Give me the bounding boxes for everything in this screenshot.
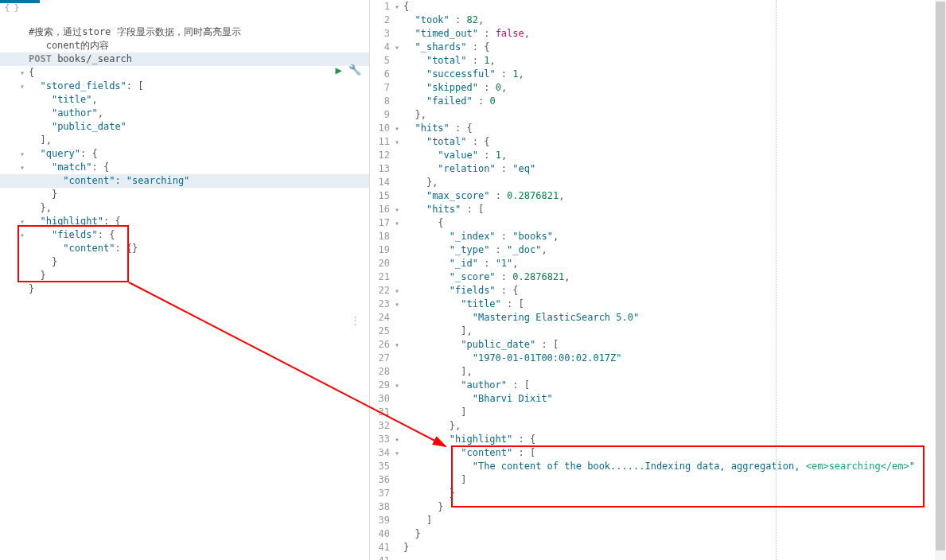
fold-toggle[interactable] bbox=[18, 269, 27, 282]
response-line: 15 "max_score" : 0.2876821, bbox=[370, 189, 946, 203]
workspace: { } #搜索，通过store 字段显示数据，同时高亮显示 conent的内容 … bbox=[0, 0, 946, 560]
fold-toggle[interactable]: ▾ bbox=[392, 135, 402, 149]
request-body-line: ▾ "highlight": { bbox=[0, 215, 369, 228]
response-line: 24 "Mastering ElasticSearch 5.0" bbox=[370, 311, 946, 325]
http-method: POST bbox=[29, 53, 52, 64]
response-line: 14 }, bbox=[370, 176, 946, 189]
response-line: 40 } bbox=[370, 527, 946, 541]
fold-toggle[interactable]: ▾ bbox=[18, 66, 27, 80]
response-line: 41} bbox=[370, 541, 946, 554]
response-line: 26▾ "public_date" : [ bbox=[370, 338, 946, 352]
response-line: 37 } bbox=[370, 487, 946, 500]
response-line: 17▾ { bbox=[370, 216, 946, 230]
response-line: 4▾ "_shards" : { bbox=[370, 41, 946, 54]
request-body-line: "content": "searching" bbox=[0, 174, 369, 188]
request-body-line: } bbox=[0, 269, 369, 282]
response-line: 30 "Bharvi Dixit" bbox=[370, 392, 946, 406]
response-line: 9 }, bbox=[370, 108, 946, 122]
response-line: 31 ] bbox=[370, 406, 946, 419]
request-comment-2: conent的内容 bbox=[27, 39, 369, 52]
response-line: 5 "total" : 1, bbox=[370, 54, 946, 68]
request-body-line: "author", bbox=[0, 107, 369, 120]
fold-toggle[interactable] bbox=[18, 282, 27, 296]
response-line: 28 ], bbox=[370, 365, 946, 379]
drag-handle-icon[interactable]: ⋮ bbox=[350, 314, 360, 326]
request-body-line: }, bbox=[0, 201, 369, 215]
request-comment-1: #搜索，通过store 字段显示数据，同时高亮显示 bbox=[27, 25, 369, 39]
request-body-line: ▾ "query": { bbox=[0, 147, 369, 161]
response-line: 20 "_id" : "1", bbox=[370, 257, 946, 270]
response-line: 34▾ "content" : [ bbox=[370, 446, 946, 460]
request-body-line: ], bbox=[0, 134, 369, 147]
fold-toggle[interactable]: ▾ bbox=[392, 0, 402, 14]
response-line: 8 "failed" : 0 bbox=[370, 95, 946, 108]
editor-actions: ▶ 🔧 bbox=[336, 64, 361, 76]
fold-toggle[interactable] bbox=[18, 242, 27, 255]
request-body-line: ▾{ bbox=[0, 66, 369, 80]
fold-toggle[interactable] bbox=[18, 134, 27, 147]
fold-toggle[interactable] bbox=[18, 93, 27, 107]
wrench-icon[interactable]: 🔧 bbox=[348, 64, 361, 76]
request-line: POST books/_search bbox=[27, 52, 369, 66]
request-editor-panel: { } #搜索，通过store 字段显示数据，同时高亮显示 conent的内容 … bbox=[0, 0, 370, 560]
response-viewer[interactable]: 1▾{2 "took" : 82,3 "timed_out" : false,4… bbox=[370, 0, 946, 560]
scroll-thumb[interactable] bbox=[936, 2, 945, 550]
fold-toggle[interactable]: ▾ bbox=[392, 298, 402, 311]
fold-toggle[interactable]: ▾ bbox=[392, 433, 402, 446]
response-line: 13 "relation" : "eq" bbox=[370, 162, 946, 176]
request-editor[interactable]: #搜索，通过store 字段显示数据，同时高亮显示 conent的内容 POST… bbox=[0, 12, 369, 560]
response-line: 19 "_type" : "_doc", bbox=[370, 243, 946, 257]
fold-toggle[interactable]: ▾ bbox=[392, 338, 402, 352]
fold-toggle[interactable]: ▾ bbox=[392, 41, 402, 54]
response-line: 21 "_score" : 0.2876821, bbox=[370, 270, 946, 284]
vertical-scrollbar[interactable] bbox=[935, 0, 946, 560]
response-line: 27 "1970-01-01T00:00:02.017Z" bbox=[370, 352, 946, 365]
response-line: 3 "timed_out" : false, bbox=[370, 27, 946, 41]
response-line: 25 ], bbox=[370, 325, 946, 338]
fold-toggle[interactable]: ▾ bbox=[18, 228, 27, 242]
fold-toggle[interactable]: ▾ bbox=[392, 203, 402, 216]
request-body-line: ▾ "fields": { bbox=[0, 228, 369, 242]
request-body-line: } bbox=[0, 282, 369, 296]
response-line: 32 }, bbox=[370, 419, 946, 433]
fold-toggle[interactable]: ▾ bbox=[392, 122, 402, 135]
response-line: 23▾ "title" : [ bbox=[370, 298, 946, 311]
fold-toggle[interactable]: ▾ bbox=[18, 80, 27, 93]
fold-toggle[interactable] bbox=[18, 120, 27, 134]
response-line: 10▾ "hits" : { bbox=[370, 122, 946, 135]
fold-toggle[interactable]: ▾ bbox=[392, 216, 402, 230]
fold-toggle[interactable]: ▾ bbox=[392, 379, 402, 392]
response-viewer-panel: 1▾{2 "took" : 82,3 "timed_out" : false,4… bbox=[370, 0, 946, 560]
fold-toggle[interactable]: ▾ bbox=[18, 215, 27, 228]
fold-toggle[interactable] bbox=[18, 188, 27, 201]
response-line: 11▾ "total" : { bbox=[370, 135, 946, 149]
response-line: 29▾ "author" : [ bbox=[370, 379, 946, 392]
request-body-line: } bbox=[0, 255, 369, 269]
response-line: 22▾ "fields" : { bbox=[370, 284, 946, 298]
response-line: 2 "took" : 82, bbox=[370, 14, 946, 27]
editor-ruler bbox=[776, 0, 777, 560]
response-line: 12 "value" : 1, bbox=[370, 149, 946, 162]
fold-toggle[interactable] bbox=[18, 174, 27, 188]
response-line: 16▾ "hits" : [ bbox=[370, 203, 946, 216]
fold-toggle[interactable]: ▾ bbox=[18, 147, 27, 161]
response-line: 6 "successful" : 1, bbox=[370, 68, 946, 81]
request-body-line: "title", bbox=[0, 93, 369, 107]
request-body-line: ▾ "match": { bbox=[0, 161, 369, 174]
request-body-line: "public_date" bbox=[0, 120, 369, 134]
fold-toggle[interactable]: ▾ bbox=[392, 446, 402, 460]
fold-toggle[interactable] bbox=[18, 107, 27, 120]
request-path: books/_search bbox=[57, 53, 132, 64]
fold-toggle[interactable]: ▾ bbox=[18, 161, 27, 174]
request-body-line: } bbox=[0, 188, 369, 201]
fold-toggle[interactable]: ▾ bbox=[392, 284, 402, 298]
response-line: 1▾{ bbox=[370, 0, 946, 14]
play-icon[interactable]: ▶ bbox=[336, 64, 342, 76]
fold-toggle[interactable] bbox=[18, 255, 27, 269]
response-line: 36 ] bbox=[370, 473, 946, 487]
fold-toggle[interactable] bbox=[18, 201, 27, 215]
request-body-line: "content": {} bbox=[0, 242, 369, 255]
response-line: 33▾ "highlight" : { bbox=[370, 433, 946, 446]
response-line: 7 "skipped" : 0, bbox=[370, 81, 946, 95]
response-line: 35 "The content of the book......Indexin… bbox=[370, 460, 946, 473]
